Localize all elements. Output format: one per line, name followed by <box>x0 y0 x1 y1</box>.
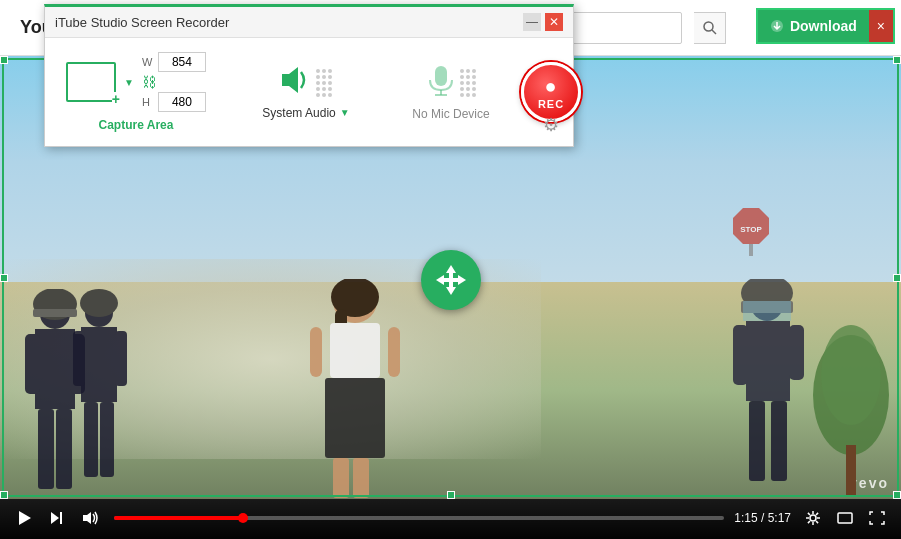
figure-right <box>721 279 821 499</box>
download-button[interactable]: Download <box>758 10 869 42</box>
close-button[interactable]: ✕ <box>545 13 563 31</box>
minimize-button[interactable]: — <box>523 13 541 31</box>
move-handle[interactable] <box>421 250 481 310</box>
svg-marker-43 <box>446 287 456 295</box>
link-icon: ⛓ <box>142 74 156 90</box>
fullscreen-icon <box>869 511 885 525</box>
rec-button[interactable]: ● REC <box>521 62 581 122</box>
svg-rect-38 <box>749 244 753 256</box>
svg-rect-26 <box>353 458 369 498</box>
recorder-window-controls: — ✕ <box>523 13 563 31</box>
svg-point-52 <box>810 515 816 521</box>
system-audio-label-row[interactable]: System Audio ▼ <box>262 106 349 120</box>
recorder-title: iTube Studio Screen Recorder <box>55 15 229 30</box>
progress-bar[interactable] <box>114 516 724 520</box>
svg-rect-32 <box>771 401 787 481</box>
svg-point-17 <box>80 289 118 317</box>
video-controls: 1:15 / 5:17 <box>0 497 901 539</box>
svg-rect-29 <box>733 325 748 385</box>
system-audio-arrow: ▼ <box>340 107 350 118</box>
download-close-icon: × <box>877 18 885 34</box>
settings-section: ⚙ <box>543 114 559 136</box>
svg-rect-14 <box>115 331 127 386</box>
svg-marker-48 <box>19 511 31 525</box>
next-button[interactable] <box>46 507 68 529</box>
search-icon <box>703 21 717 35</box>
height-row: H <box>142 92 206 112</box>
width-input[interactable] <box>158 52 206 72</box>
move-icon <box>434 263 468 297</box>
svg-rect-24 <box>388 327 400 377</box>
mic-section: No Mic Device <box>401 64 501 121</box>
rec-label: REC <box>538 98 564 110</box>
progress-dot <box>238 513 248 523</box>
fullscreen-button[interactable] <box>865 507 889 529</box>
mic-label: No Mic Device <box>412 107 489 121</box>
play-icon <box>16 510 32 526</box>
capture-label: Capture Area <box>99 118 174 132</box>
download-icon <box>770 19 784 33</box>
svg-marker-44 <box>436 275 444 285</box>
svg-rect-55 <box>435 66 447 86</box>
theater-mode-button[interactable] <box>833 508 857 528</box>
time-display: 1:15 / 5:17 <box>734 511 791 525</box>
width-label: W <box>142 56 154 68</box>
capture-arrow-icon: ▼ <box>124 77 134 88</box>
audio-section: System Audio ▼ <box>251 65 361 120</box>
audio-icon-row <box>280 65 332 102</box>
svg-rect-53 <box>838 513 852 523</box>
svg-text:STOP: STOP <box>740 225 762 234</box>
svg-line-1 <box>712 30 716 34</box>
svg-rect-28 <box>746 321 790 401</box>
svg-rect-16 <box>100 402 114 477</box>
figure-center <box>300 279 410 499</box>
recorder-panel: iTube Studio Screen Recorder — ✕ + ▼ W <box>44 4 574 147</box>
tree <box>811 315 891 499</box>
system-audio-label: System Audio <box>262 106 335 120</box>
svg-rect-31 <box>749 401 765 481</box>
svg-rect-13 <box>73 331 85 386</box>
svg-rect-23 <box>310 327 322 377</box>
download-close-button[interactable]: × <box>869 10 893 42</box>
volume-icon <box>82 511 100 525</box>
svg-rect-15 <box>84 402 98 477</box>
speaker-icon <box>280 65 312 102</box>
dimension-inputs: W ⛓ H <box>142 52 206 112</box>
svg-marker-45 <box>458 275 466 285</box>
mic-dots <box>460 65 476 101</box>
audio-dots <box>316 65 332 101</box>
speaker-svg <box>280 65 312 95</box>
capture-box-area: + ▼ W ⛓ H <box>66 52 206 112</box>
stop-sign: STOP <box>731 206 771 260</box>
svg-point-40 <box>821 325 881 425</box>
theater-icon <box>837 512 853 524</box>
search-button[interactable] <box>694 12 726 44</box>
download-label: Download <box>790 18 857 34</box>
svg-rect-47 <box>444 278 458 282</box>
svg-marker-42 <box>446 265 456 273</box>
height-label: H <box>142 96 154 108</box>
link-row: ⛓ <box>142 74 206 90</box>
capture-box[interactable]: + <box>66 62 116 102</box>
svg-rect-12 <box>81 327 117 402</box>
svg-rect-21 <box>330 323 380 378</box>
volume-button[interactable] <box>78 507 104 529</box>
svg-rect-30 <box>789 325 804 380</box>
mic-icon <box>426 64 456 103</box>
download-wrapper: Download × <box>758 10 893 42</box>
svg-rect-7 <box>38 409 54 489</box>
capture-dropdown[interactable]: ▼ <box>124 77 134 88</box>
play-button[interactable] <box>12 506 36 530</box>
height-input[interactable] <box>158 92 206 112</box>
progress-fill <box>114 516 248 520</box>
mic-icon-row <box>426 64 476 103</box>
svg-rect-50 <box>60 512 62 524</box>
svg-point-0 <box>704 22 713 31</box>
width-row: W <box>142 52 206 72</box>
settings-icon[interactable]: ⚙ <box>543 115 559 135</box>
settings-ctrl-button[interactable] <box>801 506 825 530</box>
svg-marker-51 <box>83 512 91 524</box>
mic-svg <box>426 64 456 96</box>
svg-rect-41 <box>846 445 856 495</box>
skip-icon <box>50 511 64 525</box>
